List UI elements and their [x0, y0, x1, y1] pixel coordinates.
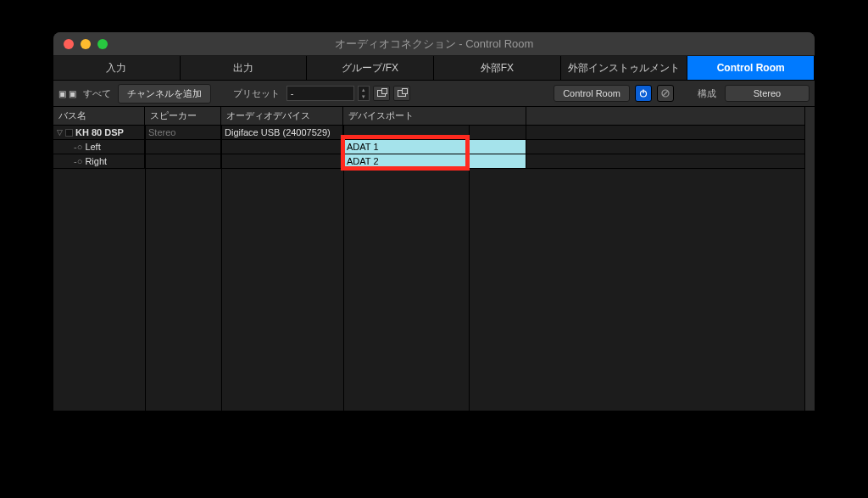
port-cell-left[interactable]: ADAT 1	[343, 140, 526, 154]
channel-right-label: Right	[85, 156, 107, 166]
tab-input[interactable]: 入力	[53, 56, 181, 80]
expand-icon[interactable]: ▣ ▣	[58, 89, 76, 98]
add-channel-button[interactable]: チャンネルを追加	[118, 84, 211, 104]
svg-line-3	[663, 91, 668, 96]
preset-save-icon[interactable]	[373, 86, 390, 101]
expand-triangle-icon[interactable]: ▽	[57, 128, 63, 137]
audio-connections-window: オーディオコネクション - Control Room 入力 出力 グループ/FX…	[53, 32, 815, 411]
table-row[interactable]: ▽ KH 80 DSP Stereo Digiface USB (2400752…	[53, 126, 815, 140]
preset-label: プリセット	[230, 87, 283, 100]
header-device-port[interactable]: デバイスポート	[343, 107, 526, 125]
bypass-icon[interactable]	[657, 85, 674, 102]
close-icon[interactable]	[64, 39, 74, 49]
power-on-icon[interactable]	[635, 85, 652, 102]
preset-load-icon[interactable]	[393, 86, 410, 101]
header-speaker[interactable]: スピーカー	[145, 107, 221, 125]
speaker-cell: Stereo	[145, 126, 221, 139]
tab-externalinst[interactable]: 外部インストゥルメント	[561, 56, 688, 80]
toolbar: ▣ ▣ すべて チャンネルを追加 プリセット - ▲▼ Control Room…	[53, 80, 815, 107]
port-cell	[343, 126, 526, 139]
tab-bar: 入力 出力 グループ/FX 外部FX 外部インストゥルメント Control R…	[53, 56, 815, 80]
preset-field[interactable]: -	[287, 86, 354, 101]
bus-table: バス名 スピーカー オーディオデバイス デバイスポート ▽ KH 80 DSP …	[53, 107, 815, 411]
titlebar: オーディオコネクション - Control Room	[53, 32, 815, 56]
minimize-icon[interactable]	[81, 39, 91, 49]
bus-color-swatch[interactable]	[65, 129, 73, 137]
port-cell-right[interactable]: ADAT 2	[343, 154, 526, 168]
header-bus-name[interactable]: バス名	[53, 107, 145, 125]
header-audio-device[interactable]: オーディオデバイス	[221, 107, 343, 125]
channel-left-label: Left	[85, 142, 100, 152]
tab-controlroom[interactable]: Control Room	[687, 56, 815, 80]
column-headers: バス名 スピーカー オーディオデバイス デバイスポート	[53, 107, 815, 126]
device-cell[interactable]: Digiface USB (24007529)	[221, 126, 343, 139]
preset-stepper[interactable]: ▲▼	[358, 86, 370, 101]
configuration-label: 構成	[694, 87, 720, 100]
table-row[interactable]: -○ Right ADAT 2	[53, 154, 815, 169]
window-title: オーディオコネクション - Control Room	[53, 36, 815, 52]
header-empty	[526, 107, 815, 125]
traffic-lights	[53, 39, 108, 49]
bus-name-cell: KH 80 DSP	[75, 127, 124, 137]
tab-output[interactable]: 出力	[181, 56, 308, 80]
maximize-icon[interactable]	[97, 39, 108, 49]
tab-groupfx[interactable]: グループ/FX	[307, 56, 434, 80]
configuration-field[interactable]: Stereo	[725, 85, 810, 102]
vertical-scrollbar[interactable]	[804, 107, 815, 411]
controlroom-label: Control Room	[554, 85, 630, 102]
table-row[interactable]: -○ Left ADAT 1	[53, 140, 815, 154]
tab-externalfx[interactable]: 外部FX	[434, 56, 561, 80]
all-label: すべて	[80, 87, 114, 100]
